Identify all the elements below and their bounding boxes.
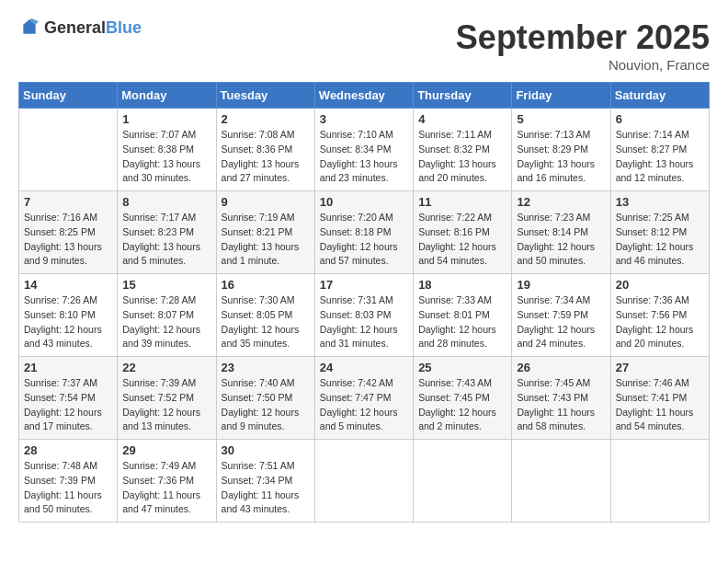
day-info: Sunrise: 7:26 AM Sunset: 8:10 PM Dayligh…	[24, 293, 112, 351]
day-info: Sunrise: 7:49 AM Sunset: 7:36 PM Dayligh…	[122, 459, 210, 517]
day-info: Sunrise: 7:16 AM Sunset: 8:25 PM Dayligh…	[24, 211, 112, 269]
day-info: Sunrise: 7:39 AM Sunset: 7:52 PM Dayligh…	[122, 376, 210, 434]
column-header-friday: Friday	[512, 83, 610, 109]
day-number: 4	[418, 112, 506, 126]
calendar-cell: 19Sunrise: 7:34 AM Sunset: 7:59 PM Dayli…	[512, 274, 610, 357]
calendar-cell: 30Sunrise: 7:51 AM Sunset: 7:34 PM Dayli…	[216, 440, 314, 523]
calendar-cell	[314, 440, 413, 523]
calendar-cell: 2Sunrise: 7:08 AM Sunset: 8:36 PM Daylig…	[216, 109, 314, 191]
day-number: 29	[122, 443, 210, 457]
calendar-cell: 1Sunrise: 7:07 AM Sunset: 8:38 PM Daylig…	[118, 109, 216, 191]
calendar-cell: 9Sunrise: 7:19 AM Sunset: 8:21 PM Daylig…	[216, 191, 314, 274]
week-row-4: 21Sunrise: 7:37 AM Sunset: 7:54 PM Dayli…	[19, 357, 710, 440]
calendar-cell: 10Sunrise: 7:20 AM Sunset: 8:18 PM Dayli…	[314, 191, 413, 274]
day-number: 24	[320, 361, 408, 374]
day-info: Sunrise: 7:10 AM Sunset: 8:34 PM Dayligh…	[320, 128, 408, 186]
week-row-5: 28Sunrise: 7:48 AM Sunset: 7:39 PM Dayli…	[19, 440, 710, 523]
day-info: Sunrise: 7:20 AM Sunset: 8:18 PM Dayligh…	[320, 211, 408, 269]
day-info: Sunrise: 7:51 AM Sunset: 7:34 PM Dayligh…	[222, 459, 310, 517]
day-info: Sunrise: 7:19 AM Sunset: 8:21 PM Dayligh…	[222, 211, 310, 269]
day-number: 26	[517, 361, 605, 374]
day-number: 17	[320, 278, 408, 292]
day-number: 21	[24, 361, 112, 374]
calendar-cell: 11Sunrise: 7:22 AM Sunset: 8:16 PM Dayli…	[414, 191, 512, 274]
week-row-1: 1Sunrise: 7:07 AM Sunset: 8:38 PM Daylig…	[19, 109, 710, 191]
calendar-header-row: SundayMondayTuesdayWednesdayThursdayFrid…	[19, 83, 710, 109]
day-number: 27	[616, 361, 704, 374]
day-number: 28	[24, 443, 112, 457]
calendar-cell: 15Sunrise: 7:28 AM Sunset: 8:07 PM Dayli…	[118, 274, 216, 357]
calendar-cell: 8Sunrise: 7:17 AM Sunset: 8:23 PM Daylig…	[118, 191, 216, 274]
column-header-monday: Monday	[118, 83, 216, 109]
calendar-cell: 17Sunrise: 7:31 AM Sunset: 8:03 PM Dayli…	[314, 274, 413, 357]
day-info: Sunrise: 7:33 AM Sunset: 8:01 PM Dayligh…	[418, 293, 506, 351]
calendar-cell: 5Sunrise: 7:13 AM Sunset: 8:29 PM Daylig…	[512, 109, 610, 191]
column-header-thursday: Thursday	[414, 83, 512, 109]
day-number: 9	[222, 195, 310, 209]
week-row-3: 14Sunrise: 7:26 AM Sunset: 8:10 PM Dayli…	[19, 274, 710, 357]
day-info: Sunrise: 7:11 AM Sunset: 8:32 PM Dayligh…	[418, 128, 506, 186]
logo-icon	[18, 18, 40, 37]
day-number: 5	[517, 112, 605, 126]
day-info: Sunrise: 7:46 AM Sunset: 7:41 PM Dayligh…	[616, 376, 704, 434]
day-info: Sunrise: 7:42 AM Sunset: 7:47 PM Dayligh…	[320, 376, 408, 434]
day-info: Sunrise: 7:13 AM Sunset: 8:29 PM Dayligh…	[517, 128, 605, 186]
day-number: 10	[320, 195, 408, 209]
day-number: 2	[222, 112, 310, 126]
day-number: 1	[122, 112, 210, 126]
day-number: 18	[418, 278, 506, 292]
calendar-cell: 27Sunrise: 7:46 AM Sunset: 7:41 PM Dayli…	[610, 357, 709, 440]
day-info: Sunrise: 7:45 AM Sunset: 7:43 PM Dayligh…	[517, 376, 605, 434]
calendar-cell: 20Sunrise: 7:36 AM Sunset: 7:56 PM Dayli…	[610, 274, 709, 357]
day-number: 12	[517, 195, 605, 209]
day-info: Sunrise: 7:31 AM Sunset: 8:03 PM Dayligh…	[320, 293, 408, 351]
day-info: Sunrise: 7:43 AM Sunset: 7:45 PM Dayligh…	[418, 376, 506, 434]
calendar-cell: 4Sunrise: 7:11 AM Sunset: 8:32 PM Daylig…	[414, 109, 512, 191]
calendar-cell: 22Sunrise: 7:39 AM Sunset: 7:52 PM Dayli…	[118, 357, 216, 440]
day-info: Sunrise: 7:40 AM Sunset: 7:50 PM Dayligh…	[222, 376, 310, 434]
day-number: 6	[616, 112, 704, 126]
title-block: September 2025 Nouvion, France	[456, 18, 710, 73]
day-info: Sunrise: 7:14 AM Sunset: 8:27 PM Dayligh…	[616, 128, 704, 186]
column-header-sunday: Sunday	[19, 83, 118, 109]
day-info: Sunrise: 7:08 AM Sunset: 8:36 PM Dayligh…	[222, 128, 310, 186]
calendar-cell	[414, 440, 512, 523]
calendar-cell: 6Sunrise: 7:14 AM Sunset: 8:27 PM Daylig…	[610, 109, 709, 191]
day-number: 25	[418, 361, 506, 374]
day-number: 22	[122, 361, 210, 374]
day-info: Sunrise: 7:30 AM Sunset: 8:05 PM Dayligh…	[222, 293, 310, 351]
calendar-cell: 25Sunrise: 7:43 AM Sunset: 7:45 PM Dayli…	[414, 357, 512, 440]
day-number: 19	[517, 278, 605, 292]
day-info: Sunrise: 7:48 AM Sunset: 7:39 PM Dayligh…	[24, 459, 112, 517]
week-row-2: 7Sunrise: 7:16 AM Sunset: 8:25 PM Daylig…	[19, 191, 710, 274]
calendar-table: SundayMondayTuesdayWednesdayThursdayFrid…	[18, 82, 710, 523]
logo-general: General	[44, 19, 106, 36]
calendar-cell	[610, 440, 709, 523]
day-number: 11	[418, 195, 506, 209]
column-header-tuesday: Tuesday	[216, 83, 314, 109]
calendar-cell: 21Sunrise: 7:37 AM Sunset: 7:54 PM Dayli…	[19, 357, 118, 440]
day-number: 13	[616, 195, 704, 209]
day-number: 30	[222, 443, 310, 457]
logo: General Blue	[18, 18, 142, 37]
column-header-wednesday: Wednesday	[314, 83, 413, 109]
day-info: Sunrise: 7:34 AM Sunset: 7:59 PM Dayligh…	[517, 293, 605, 351]
day-number: 16	[222, 278, 310, 292]
day-number: 7	[24, 195, 112, 209]
calendar-cell: 16Sunrise: 7:30 AM Sunset: 8:05 PM Dayli…	[216, 274, 314, 357]
day-number: 15	[122, 278, 210, 292]
calendar-cell: 28Sunrise: 7:48 AM Sunset: 7:39 PM Dayli…	[19, 440, 118, 523]
month-title: September 2025	[456, 18, 710, 57]
day-number: 8	[122, 195, 210, 209]
calendar-cell: 24Sunrise: 7:42 AM Sunset: 7:47 PM Dayli…	[314, 357, 413, 440]
day-info: Sunrise: 7:17 AM Sunset: 8:23 PM Dayligh…	[122, 211, 210, 269]
day-number: 3	[320, 112, 408, 126]
day-info: Sunrise: 7:28 AM Sunset: 8:07 PM Dayligh…	[122, 293, 210, 351]
column-header-saturday: Saturday	[610, 83, 709, 109]
day-number: 23	[222, 361, 310, 374]
calendar-cell: 23Sunrise: 7:40 AM Sunset: 7:50 PM Dayli…	[216, 357, 314, 440]
calendar-cell	[19, 109, 118, 191]
day-number: 20	[616, 278, 704, 292]
day-number: 14	[24, 278, 112, 292]
location: Nouvion, France	[456, 57, 710, 73]
